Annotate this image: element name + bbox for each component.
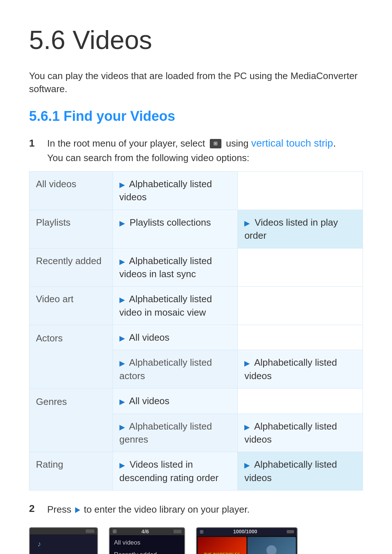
step-number-2: 2 (29, 501, 42, 516)
section-title: 5.6.1 Find your Videos (29, 107, 363, 126)
arrow-icon: ▶ (119, 219, 125, 227)
screen2-item-all-videos: All videos (110, 537, 184, 549)
screen2-counter: 4/6 (142, 528, 149, 535)
recently-added-col3 (238, 248, 363, 287)
genres-col3a (238, 389, 363, 414)
arrow-icon: ▶ (244, 423, 250, 431)
cat-rating: Rating (29, 452, 113, 491)
page-title: 5.6 Videos (29, 22, 363, 58)
table-row: Video art ▶ Alphabetically listed video … (29, 287, 363, 325)
arrow-icon: ▶ (244, 461, 250, 469)
step-number-1: 1 (29, 136, 42, 165)
arrow-icon: ▶ (119, 334, 125, 342)
video-art-col3 (238, 287, 363, 325)
rating-col3: ▶ Alphabetically listed videos (238, 452, 363, 491)
all-videos-col3 (238, 171, 363, 210)
screen3-grid: THE INCREDIBLES I (197, 536, 297, 554)
play-arrow-icon (75, 507, 80, 513)
actors-col2a: ▶ All videos (113, 325, 238, 350)
rating-col2: ▶ Videos listed in descending rating ord… (113, 452, 238, 491)
video-art-col2: ▶ Alphabetically listed video in mosaic … (113, 287, 238, 325)
cat-all-videos: All videos (29, 171, 113, 210)
genres-col2b: ▶ Alphabetically listed genres (113, 414, 238, 452)
screen2-item-recently-added: Recently added (110, 549, 184, 554)
navigation-table: All videos ▶ Alphabetically listed video… (29, 171, 363, 491)
device-screen-1: ♪ ▶ 📷 ⚙ 1→ Video (29, 527, 98, 554)
arrow-icon: ▶ (119, 181, 125, 189)
movie-thumb-2 (248, 537, 296, 554)
cat-video-art: Video art (29, 287, 113, 325)
recently-added-col2: ▶ Alphabetically listed videos in last s… (113, 248, 238, 287)
device-screen-3: ⊞ 1000/1000 THE INCREDIBLES I (196, 527, 298, 554)
arrow-icon: ▶ (244, 219, 250, 227)
arrow-icon: ▶ (119, 258, 125, 266)
cat-actors: Actors (29, 325, 113, 389)
cat-recently-added: Recently added (29, 248, 113, 287)
arrow-icon: ▶ (244, 359, 250, 367)
step-1: 1 In the root menu of your player, selec… (29, 136, 363, 165)
step1-text: In the root menu of your player, select (47, 138, 205, 149)
step1-using: using (226, 138, 251, 149)
arrow-icon: ▶ (119, 423, 125, 431)
playlists-col3: ▶ Videos listed in play order (238, 210, 363, 248)
step2-suffix: to enter the video library on your playe… (84, 504, 250, 515)
step2-text: Press (47, 504, 74, 515)
cat-playlists: Playlists (29, 210, 113, 248)
movie-thumb-incredibles: THE INCREDIBLES I (198, 537, 246, 554)
table-row: Actors ▶ All videos (29, 325, 363, 350)
arrow-icon: ▶ (119, 296, 125, 304)
genres-col2a: ▶ All videos (113, 389, 238, 414)
intro-text: You can play the videos that are loaded … (29, 69, 363, 96)
table-row: All videos ▶ Alphabetically listed video… (29, 171, 363, 210)
step1-sub: You can search from the following video … (47, 152, 249, 163)
arrow-icon: ▶ (119, 398, 125, 406)
screen2-menu: All videos Recently added Playlists Vide… (110, 535, 184, 554)
arrow-icon: ▶ (119, 359, 125, 367)
genres-col3b: ▶ Alphabetically listed videos (238, 414, 363, 452)
actors-col3b: ▶ Alphabetically listed videos (238, 350, 363, 389)
screen3-counter: 1000/1000 (233, 528, 257, 535)
table-row: Rating ▶ Videos listed in descending rat… (29, 452, 363, 491)
table-row: Recently added ▶ Alphabetically listed v… (29, 248, 363, 287)
table-row: Genres ▶ All videos (29, 389, 363, 414)
table-row: Playlists ▶ Playlists collections ▶ Vide… (29, 210, 363, 248)
playlists-col2: ▶ Playlists collections (113, 210, 238, 248)
device-screen-2: ⊞ 4/6 All videos Recently added Playlist… (109, 527, 185, 554)
all-videos-col2: ▶ Alphabetically listed videos (113, 171, 238, 210)
movie-title-incredibles: THE INCREDIBLES (204, 552, 240, 554)
step-2: 2 Press to enter the video library on yo… (29, 501, 363, 516)
actors-col3a (238, 325, 363, 350)
vertical-touch-strip-link[interactable]: vertical touch strip (251, 138, 333, 149)
arrow-icon: ▶ (119, 461, 125, 469)
actors-col2b: ▶ Alphabetically listed actors (113, 350, 238, 389)
cat-genres: Genres (29, 389, 113, 452)
screenshots-row: ♪ ▶ 📷 ⚙ 1→ Video ⊞ 4/6 All videos (29, 527, 363, 554)
